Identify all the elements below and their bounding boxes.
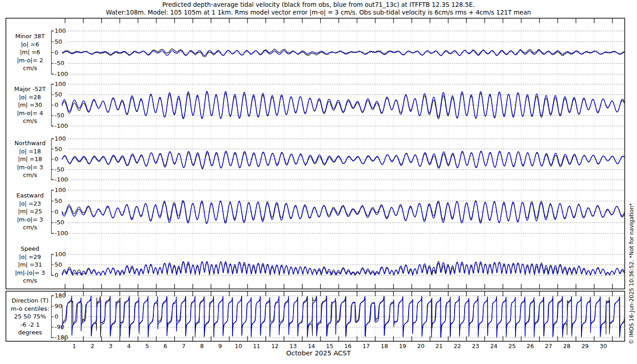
- x-day-label: 22: [454, 343, 461, 349]
- x-day-label: 7: [182, 343, 186, 349]
- y-tick-label: -50: [55, 60, 64, 66]
- panel-label-direction: Direction (T) m-o centiles: 25 50 75% -6…: [0, 297, 60, 337]
- x-day-label: 11: [253, 343, 260, 349]
- tidal-prediction-figure: Predicted depth-average tidal velocity (…: [0, 0, 637, 364]
- x-day-label: 3: [109, 343, 112, 349]
- y-tick-label: 0: [55, 209, 58, 215]
- y-tick-label: -90: [55, 324, 64, 330]
- copyright-watermark: © IMOS 16-Jun-2025 10:36:52. *Not for na…: [628, 203, 635, 344]
- x-day-label: 25: [508, 343, 516, 349]
- y-tick-label: 0: [55, 156, 58, 162]
- x-day-label: 29: [581, 343, 589, 349]
- y-tick-label: -100: [55, 177, 68, 182]
- y-tick-label: 0: [55, 102, 58, 108]
- panel-label-speed: Speed |o| =29 |m| =31 |m|-|o|= 3 cm/s: [0, 245, 60, 285]
- value-gridlines: [68, 31, 624, 338]
- eastward-model-curve: [62, 201, 624, 223]
- direction-panel-frame: [6, 291, 625, 341]
- minor-model-curve: [62, 51, 624, 56]
- x-day-label: 26: [527, 343, 534, 349]
- x-day-label: 20: [417, 343, 425, 349]
- y-tick-label: 50: [55, 91, 62, 97]
- x-day-label: 17: [363, 343, 370, 349]
- panel-label-minor: Minor 38T |o| =6 |m| =6 |m-o|= 2 cm/s: [0, 32, 60, 72]
- y-tick-label: 50: [55, 198, 62, 204]
- x-day-label: 24: [490, 343, 497, 349]
- x-day-label: 18: [381, 343, 388, 349]
- y-tick-label: 50: [55, 146, 62, 152]
- y-tick-label: -100: [55, 123, 68, 129]
- velocity-panels-frame: [6, 18, 625, 289]
- x-day-label: 8: [200, 343, 204, 349]
- y-tick-label: 0: [55, 50, 58, 56]
- y-tick-label: -100: [55, 71, 68, 77]
- panel-label-eastward: Eastward |o| =23 |m| =25 |m-o|= 3 cm/s: [0, 192, 60, 232]
- plot-canvas: [0, 0, 637, 364]
- y-tick-label: 100: [55, 28, 66, 34]
- y-tick-label: -180: [55, 334, 68, 340]
- x-day-label: 2: [91, 343, 94, 349]
- x-day-label: 21: [435, 343, 443, 349]
- y-tick-label: -50: [55, 112, 64, 118]
- x-day-label: 30: [600, 343, 607, 349]
- x-day-label: 14: [308, 343, 315, 349]
- x-day-label: 12: [271, 343, 278, 349]
- y-axis-brackets: [51, 31, 54, 338]
- x-day-label: 15: [326, 343, 333, 349]
- x-day-label: 1: [72, 343, 76, 349]
- speed-model-curve: [62, 262, 624, 275]
- x-day-label: 23: [472, 343, 479, 349]
- x-day-label: 10: [235, 343, 242, 349]
- y-tick-label: 90: [55, 303, 62, 309]
- x-day-label: 28: [563, 343, 571, 349]
- panel-label-major: Major -52T |o| =28 |m| =30 |m-o|= 4 cm/s: [0, 85, 60, 125]
- y-tick-label: 100: [55, 187, 66, 193]
- x-day-label: 27: [545, 343, 552, 349]
- y-tick-label: -50: [55, 219, 64, 225]
- y-tick-label: 100: [55, 136, 66, 142]
- x-day-label: 6: [164, 343, 167, 349]
- y-tick-label: 0: [55, 313, 58, 319]
- x-day-label: 4: [127, 343, 131, 349]
- panel-label-northward: Northward |o| =18 |m| =18 |m-o|= 3 cm/s: [0, 139, 60, 179]
- x-day-label: 13: [289, 343, 297, 349]
- x-axis-title: October 2025 ACST: [0, 349, 637, 357]
- x-day-label: 19: [399, 343, 406, 349]
- velocity-curves-group: [62, 49, 624, 275]
- y-tick-label: 50: [55, 39, 62, 45]
- x-day-label: 9: [218, 343, 222, 349]
- y-tick-label: 0: [55, 272, 58, 278]
- y-tick-label: 50: [55, 262, 62, 268]
- y-tick-label: 100: [55, 251, 66, 257]
- y-tick-label: -100: [55, 230, 68, 236]
- y-tick-label: -50: [55, 167, 64, 172]
- x-day-label: 16: [344, 343, 352, 349]
- y-tick-label: 180: [55, 293, 66, 298]
- x-day-label: 5: [145, 343, 149, 349]
- y-tick-label: 100: [55, 81, 66, 87]
